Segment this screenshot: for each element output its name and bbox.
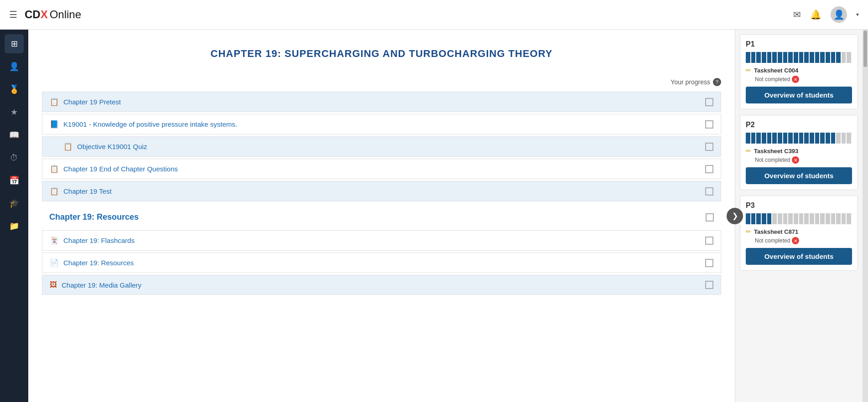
- pencil-icon-p2: ✏: [746, 147, 751, 155]
- sidebar-item-book[interactable]: 📖: [5, 125, 24, 144]
- media-icon: 🖼: [50, 281, 57, 289]
- item-ch19-test[interactable]: 📋 Chapter 19 Test: [42, 181, 721, 201]
- sidebar-item-folder[interactable]: 📁: [5, 216, 24, 236]
- overview-btn-p1[interactable]: Overview of students: [746, 87, 852, 103]
- progress-bar-segment: [746, 133, 751, 144]
- progress-row: Your progress ?: [42, 78, 721, 86]
- sidebar: ⊞ 👤 🏅 ★ 📖 ⏱ 📅 🎓 📁: [0, 30, 28, 402]
- sidebar-item-grid[interactable]: ⊞: [5, 34, 24, 53]
- item-resources-checkbox[interactable]: [705, 259, 713, 267]
- panel-p3-not-completed: Not completed ✕: [746, 237, 852, 244]
- sidebar-item-graduation[interactable]: 🎓: [5, 194, 24, 213]
- panel-card-p1: P1 ✏ Tasksheet C004 Not completed ✕ Over…: [740, 34, 858, 109]
- panel-p2-title: P2: [746, 121, 852, 129]
- pencil-icon-p1: ✏: [746, 67, 751, 74]
- pencil-icon-p3: ✏: [746, 228, 751, 235]
- scrollbar[interactable]: [863, 30, 868, 402]
- progress-bar-segment: [836, 52, 842, 63]
- quiz-icon-4: 📋: [50, 187, 59, 196]
- progress-bar-segment: [788, 213, 794, 224]
- progress-bar-segment: [820, 213, 826, 224]
- progress-bar-segment: [794, 133, 799, 144]
- progress-bar-segment: [762, 52, 767, 63]
- item-end-of-chapter-label: Chapter 19 End of Chapter Questions: [63, 165, 178, 173]
- progress-bar-segment: [767, 133, 773, 144]
- mail-icon[interactable]: ✉: [793, 9, 801, 20]
- progress-bar-segment: [804, 52, 810, 63]
- item-end-of-chapter-checkbox[interactable]: [705, 165, 713, 173]
- progress-bar-segment: [762, 213, 767, 224]
- panel-p3-tasksheet-label: Tasksheet C871: [754, 228, 798, 235]
- item-pretest-checkbox[interactable]: [705, 98, 713, 106]
- progress-bar-segment: [820, 52, 826, 63]
- progress-bar-segment: [772, 133, 778, 144]
- progress-bar-segment: [772, 52, 778, 63]
- progress-bar-segment: [799, 213, 805, 224]
- item-flashcards[interactable]: 🃏 Chapter 19: Flashcards: [42, 230, 721, 251]
- panel-p2-tasksheet-label: Tasksheet C393: [754, 148, 798, 155]
- item-end-of-chapter[interactable]: 📋 Chapter 19 End of Chapter Questions: [42, 159, 721, 179]
- progress-bar-segment: [842, 213, 847, 224]
- progress-bar-segment: [762, 133, 767, 144]
- header: ☰ CDXOnline ✉ 🔔 👤 ▾: [0, 0, 868, 30]
- panel-p1-not-completed-text: Not completed: [755, 76, 790, 82]
- item-resources[interactable]: 📄 Chapter 19: Resources: [42, 253, 721, 273]
- progress-bar-segment: [842, 133, 847, 144]
- item-media-gallery-checkbox[interactable]: [705, 281, 713, 289]
- progress-bar-segment: [815, 133, 821, 144]
- item-k19001[interactable]: 📘 K19001 - Knowledge of positive pressur…: [42, 114, 721, 134]
- item-pretest[interactable]: 📋 Chapter 19 Pretest: [42, 92, 721, 112]
- progress-bar-segment: [756, 213, 762, 224]
- bell-icon[interactable]: 🔔: [810, 9, 821, 20]
- panel-p1-tasksheet-row: ✏ Tasksheet C004: [746, 67, 852, 74]
- avatar-dropdown-arrow[interactable]: ▾: [856, 11, 859, 18]
- right-panel: ❯ P1 ✏ Tasksheet C004 Not completed ✕ Ov…: [735, 30, 863, 402]
- quiz-icon-3: 📋: [50, 165, 59, 173]
- scrollbar-thumb[interactable]: [863, 31, 867, 67]
- x-icon-p3: ✕: [792, 237, 799, 244]
- item-flashcards-checkbox[interactable]: [705, 237, 713, 245]
- progress-bar-segment: [778, 213, 783, 224]
- progress-bar-segment: [842, 52, 847, 63]
- item-flashcards-label: Chapter 19: Flashcards: [63, 237, 135, 244]
- item-ch19-test-checkbox[interactable]: [705, 187, 713, 196]
- panel-card-p3: P3 ✏ Tasksheet C871 Not completed ✕ Over…: [740, 196, 858, 271]
- item-end-of-chapter-left: 📋 Chapter 19 End of Chapter Questions: [50, 165, 178, 173]
- header-left: ☰ CDXOnline: [9, 8, 81, 21]
- avatar[interactable]: 👤: [831, 6, 847, 23]
- item-k19001-quiz[interactable]: 📋 Objective K19001 Quiz: [42, 136, 721, 157]
- logo: CDXOnline: [25, 8, 81, 21]
- progress-bar-segment: [831, 52, 837, 63]
- resources-section-header: Chapter 19: Resources: [42, 206, 721, 228]
- flashcard-icon: 🃏: [50, 236, 59, 245]
- item-k19001-checkbox[interactable]: [705, 120, 713, 129]
- progress-bar-segment: [767, 52, 773, 63]
- item-resources-left: 📄 Chapter 19: Resources: [50, 258, 134, 267]
- progress-bar-segment: [836, 133, 842, 144]
- progress-bar-segment: [751, 52, 757, 63]
- panel-p1-title: P1: [746, 40, 852, 48]
- panel-p1-tasksheet-label: Tasksheet C004: [754, 67, 798, 74]
- item-media-gallery[interactable]: 🖼 Chapter 19: Media Gallery: [42, 275, 721, 295]
- progress-bar-segment: [826, 52, 831, 63]
- logo-online: Online: [50, 8, 81, 21]
- progress-bar-segment: [746, 213, 751, 224]
- overview-btn-p2[interactable]: Overview of students: [746, 167, 852, 184]
- hamburger-menu[interactable]: ☰: [9, 9, 17, 20]
- progress-help-icon[interactable]: ?: [713, 78, 721, 86]
- item-k19001-quiz-checkbox[interactable]: [705, 143, 713, 151]
- overview-btn-p3[interactable]: Overview of students: [746, 248, 852, 265]
- folder-icon: 📁: [9, 221, 19, 231]
- progress-bar-segment: [799, 133, 805, 144]
- sidebar-item-user[interactable]: 👤: [5, 57, 24, 76]
- sidebar-item-calendar[interactable]: 📅: [5, 171, 24, 190]
- sidebar-item-clock[interactable]: ⏱: [5, 148, 24, 167]
- content-area: CHAPTER 19: SUPERCHARGING AND TURBOCHARG…: [28, 30, 735, 402]
- sidebar-item-award[interactable]: 🏅: [5, 80, 24, 99]
- panel-p3-title: P3: [746, 201, 852, 210]
- star-icon: ★: [10, 107, 18, 117]
- resources-section-checkbox[interactable]: [706, 213, 714, 222]
- panel-card-p2: P2 ✏ Tasksheet C393 Not completed ✕ Over…: [740, 115, 858, 190]
- header-right: ✉ 🔔 👤 ▾: [793, 6, 859, 23]
- sidebar-item-star[interactable]: ★: [5, 103, 24, 122]
